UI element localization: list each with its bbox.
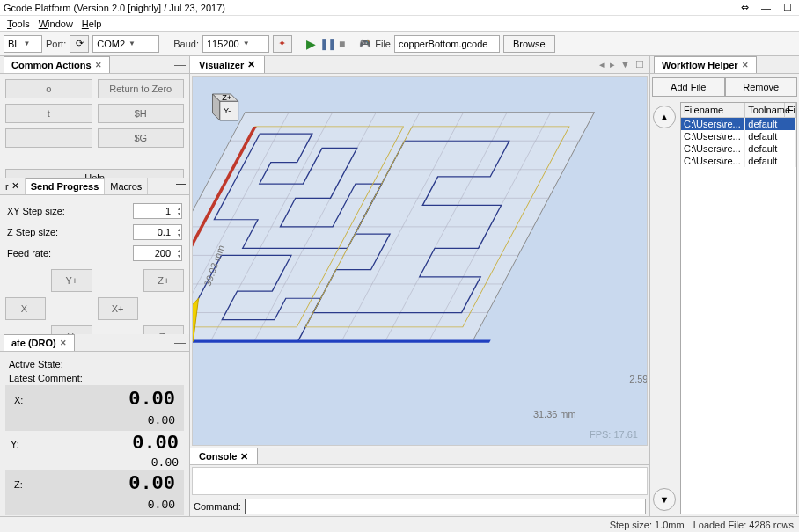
next-icon[interactable]: ▸ [610,59,615,70]
dim-z-label: 2.59 mm [629,374,647,384]
stop-icon[interactable]: ■ [339,38,345,50]
command-label: Command: [194,501,241,512]
minimize-panel-icon[interactable]: — [176,178,186,194]
status-step: Step size: 1.0mm [610,520,685,530]
y-machine-value: 0.00 [151,456,179,470]
window-title: Gcode Platform (Version 2.0 [nightly] / … [4,3,741,13]
port-select[interactable]: COM2▼ [92,35,159,53]
return-to-zero-button[interactable]: Return to Zero [98,79,185,98]
restore-icon[interactable]: ⇔ [741,2,749,13]
table-row[interactable]: C:\Users\re...default [681,155,796,167]
controller-icon[interactable]: 🎮 [359,38,371,49]
z-work-value: 0.00 [128,473,175,495]
connect-button[interactable]: ✦ [273,35,292,53]
xy-step-input[interactable]: 1 [133,203,182,219]
menu-help[interactable]: Help [78,17,106,31]
menu-window[interactable]: Window [35,17,77,31]
minimize-panel-icon[interactable]: — [174,58,186,71]
table-row[interactable]: C:\Users\re...default [681,130,796,142]
feed-rate-input[interactable]: 200 [133,245,182,261]
gstate-button[interactable]: $G [98,128,185,148]
jog-x-plus[interactable]: X+ [98,297,138,320]
command-input[interactable] [245,499,646,514]
common-actions-header: Common Actions✕ — [0,56,189,74]
tab-dro[interactable]: ate (DRO)✕ [4,334,75,351]
latest-comment-label: Latest Comment: [9,373,83,383]
tab-console[interactable]: Console✕ [190,448,258,464]
jog-y-plus[interactable]: Y+ [51,269,92,292]
baud-select[interactable]: 115200▼ [202,35,269,53]
minimize-icon[interactable]: — [761,3,771,13]
console-output[interactable] [192,467,648,495]
cube-front-label: Y- [224,106,231,115]
active-state-label: Active State: [9,359,63,369]
prev-icon[interactable]: ◂ [599,59,605,70]
window-controls: ⇔ — ☐ [741,2,795,13]
z-step-input[interactable]: 0.1 [133,224,182,240]
tab-r[interactable]: r✕ [0,178,26,194]
menu-tools[interactable]: Tools [4,17,33,31]
refresh-ports-button[interactable]: ⟳ [70,35,89,53]
file-label: File [375,39,391,49]
move-up-button[interactable]: ▲ [653,106,676,128]
minimize-panel-icon[interactable]: — [174,336,186,349]
z-axis-label: Z: [14,479,23,490]
col-filename[interactable]: Filename [681,103,745,117]
tab-visualizer[interactable]: Visualizer✕ [190,56,265,73]
tab-send-progress[interactable]: Send Progress [26,178,106,194]
x-work-value: 0.00 [128,389,175,411]
cube-top-label: Z+ [222,93,231,102]
y-axis-label: Y: [11,439,19,449]
home-button[interactable]: $H [98,104,185,123]
baud-label: Baud: [173,39,199,49]
dim-x-label: 31.36 mm [533,409,576,419]
xy-step-label: XY Step size: [7,206,65,216]
blank-button[interactable] [5,128,92,148]
send-tabstrip: r✕ Send Progress Macros — [0,178,189,195]
file-input[interactable]: copperBottom.gcode [394,35,500,53]
menubar: Tools Window Help [0,16,799,32]
browse-button[interactable]: Browse [503,35,555,53]
tab-workflow-helper[interactable]: Workflow Helper✕ [654,56,757,73]
jog-z-plus[interactable]: Z+ [143,269,184,292]
gcode-preview: 31.36 mm 39.03 mm 2.59 mm [193,77,647,445]
dropdown-icon[interactable]: ▼ [620,59,630,70]
file-table[interactable]: Filename Toolname Fi C:\Users\re...defau… [680,102,797,514]
maximize-icon[interactable]: ☐ [783,2,792,13]
port-label: Port: [46,39,66,49]
visualizer-canvas[interactable]: Z+ Y- [192,76,648,446]
tab-common-actions[interactable]: Common Actions✕ [4,56,110,73]
x-machine-value: 0.00 [148,414,175,427]
feed-rate-label: Feed rate: [7,248,51,259]
orientation-cube[interactable]: Z+ Y- [202,85,246,129]
close-icon[interactable]: ✕ [742,61,749,69]
col-fi[interactable]: Fi [785,103,796,117]
close-icon[interactable]: ✕ [60,339,67,347]
toolbar: BL▼ Port: ⟳ COM2▼ Baud: 115200▼ ✦ ▶ ❚❚ ■… [0,32,799,56]
y-work-value: 0.00 [132,433,179,455]
table-row[interactable]: C:\Users\re...default [681,142,796,155]
col-toolname[interactable]: Toolname [745,103,785,117]
move-down-button[interactable]: ▼ [653,488,676,511]
fps-label: FPS: 17.61 [590,429,638,440]
firmware-select[interactable]: BL▼ [4,35,42,53]
status-loaded: Loaded File: 4286 rows [693,520,794,530]
maximize-pane-icon[interactable]: ☐ [635,59,644,70]
add-file-button[interactable]: Add File [652,77,725,97]
remove-file-button[interactable]: Remove [725,77,798,97]
table-row[interactable]: C:\Users\re...default [681,118,796,130]
reset-zero-button[interactable]: o [5,79,92,98]
close-icon[interactable]: ✕ [240,451,248,462]
x-axis-label: X: [14,395,23,405]
close-icon[interactable]: ✕ [95,61,102,69]
jog-x-minus[interactable]: X- [5,297,46,320]
pause-icon[interactable]: ❚❚ [319,37,335,50]
soft-reset-button[interactable]: t [5,104,92,123]
close-icon[interactable]: ✕ [247,59,255,70]
status-bar: Step size: 1.0mm Loaded File: 4286 rows [0,516,799,532]
z-machine-value: 0.00 [148,499,175,512]
tab-macros[interactable]: Macros [105,178,148,194]
play-icon[interactable]: ▶ [306,37,316,51]
z-step-label: Z Step size: [7,227,58,237]
titlebar: Gcode Platform (Version 2.0 [nightly] / … [0,0,799,16]
